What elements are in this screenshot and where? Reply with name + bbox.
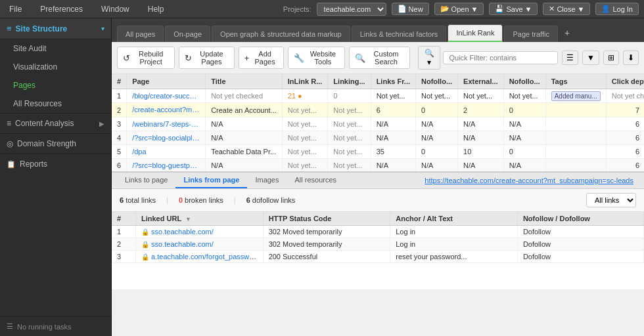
- close-button[interactable]: ✕ Close ▼: [543, 3, 590, 15]
- no-tasks-label: No running tasks: [17, 323, 72, 331]
- row-tags: [545, 159, 606, 172]
- table-row[interactable]: 3 /webinars/7-steps-to-launch/te N/A Not…: [112, 117, 644, 131]
- export-button[interactable]: ⬇: [623, 51, 639, 65]
- tab-all-pages[interactable]: All pages: [117, 26, 164, 42]
- tab-on-page[interactable]: On-page: [165, 26, 210, 42]
- col-num: #: [112, 74, 127, 89]
- row-nofollow: Not yet...: [416, 89, 458, 103]
- custom-search-button[interactable]: 🔍 Custom Search: [349, 47, 410, 69]
- project-selector[interactable]: teachable.com: [317, 3, 386, 16]
- col-title[interactable]: Title: [206, 74, 283, 89]
- row-linking: Not yet...: [328, 103, 371, 117]
- col-nofollow[interactable]: Nofollo...: [416, 74, 458, 89]
- brow-follow: Dofollow: [517, 251, 643, 263]
- domain-strength-label: Domain Strength: [17, 139, 76, 148]
- website-tools-button[interactable]: 🔧 Website Tools: [288, 47, 345, 69]
- total-links-count: 6 total links: [120, 196, 156, 204]
- brow-url[interactable]: 🔒 sso.teachable.com/: [136, 226, 264, 238]
- menu-help[interactable]: Help: [144, 3, 168, 15]
- sidebar-section-content-analysis[interactable]: ≡ Content Analysis ▶: [0, 113, 111, 133]
- brow-url[interactable]: 🔒 a.teachable.com/forgot_password...: [136, 251, 264, 263]
- tab-open-graph[interactable]: Open graph & structured data markup: [212, 26, 350, 42]
- bottom-tab-links-from-page[interactable]: Links from page: [175, 173, 247, 188]
- row-page[interactable]: /blog/creator-success-stories-: [127, 89, 206, 103]
- row-title: N/A: [206, 159, 283, 172]
- tab-inlink-rank[interactable]: InLink Rank: [448, 24, 503, 42]
- bcol-url[interactable]: Linked URL ▼: [136, 212, 264, 226]
- bottom-url-link[interactable]: https://teachable.com/create-account?mt_…: [419, 173, 639, 188]
- bottom-table-row[interactable]: 1 🔒 sso.teachable.com/ 302 Moved tempora…: [112, 226, 644, 238]
- content-analysis-icon: ≡: [7, 119, 11, 128]
- bcol-status[interactable]: HTTP Status Code: [263, 212, 390, 226]
- sidebar-item-pages[interactable]: Pages: [0, 76, 111, 94]
- content-area: All pages On-page Open graph & structure…: [112, 18, 644, 336]
- menu-window[interactable]: Window: [97, 3, 133, 15]
- brow-url[interactable]: 🔒 sso.teachable.com/: [136, 238, 264, 251]
- bcol-follow[interactable]: Nofollow / Dofollow: [517, 212, 643, 226]
- sidebar-header[interactable]: ≡ Site Structure ▾: [0, 18, 111, 39]
- col-click-depth[interactable]: Click depth ▼: [606, 74, 644, 89]
- add-pages-button[interactable]: + Add Pages: [239, 47, 284, 69]
- col-external[interactable]: External...: [458, 74, 504, 89]
- menu-preferences[interactable]: Preferences: [36, 3, 87, 15]
- col-page[interactable]: Page: [127, 74, 206, 89]
- tab-page-traffic[interactable]: Page traffic: [504, 26, 557, 42]
- update-pages-button[interactable]: ↻ Update Pages: [179, 47, 234, 69]
- brow-follow: Dofollow: [517, 238, 643, 251]
- filter-button[interactable]: ▼: [582, 51, 599, 65]
- row-page[interactable]: /dpa: [127, 145, 206, 159]
- sidebar-section-reports[interactable]: 📋 Reports: [0, 154, 111, 174]
- table-row[interactable]: 4 /?src=blog-socialplatforms N/A Not yet…: [112, 131, 644, 145]
- tab-links-technical[interactable]: Links & technical factors: [352, 26, 447, 42]
- sidebar-section-domain-strength[interactable]: ◎ Domain Strength: [0, 133, 111, 154]
- row-page[interactable]: /?src=blog-guestpost-nate: [127, 159, 206, 172]
- table-row[interactable]: 5 /dpa Teachable Data Pr... Not yet... N…: [112, 145, 644, 159]
- bottom-table-wrapper[interactable]: # Linked URL ▼ HTTP Status Code Anchor /…: [112, 212, 644, 289]
- grid-view-button[interactable]: ⊞: [603, 51, 619, 65]
- tab-add-button[interactable]: +: [559, 24, 575, 42]
- new-button[interactable]: 📄 New: [392, 3, 429, 15]
- sidebar-item-visualization[interactable]: Visualization: [0, 58, 111, 76]
- col-nofollow2[interactable]: Nofollo...: [503, 74, 545, 89]
- links-filter-select[interactable]: All links: [586, 193, 636, 207]
- rebuild-project-button[interactable]: ↺ Rebuild Project: [117, 47, 175, 69]
- table-row[interactable]: 1 /blog/creator-success-stories- Not yet…: [112, 89, 644, 103]
- col-inlink[interactable]: InLink R...: [282, 74, 328, 89]
- sidebar-item-site-audit[interactable]: Site Audit: [0, 39, 111, 58]
- row-nofollow: 0: [416, 103, 458, 117]
- row-inlink: 21 ●: [282, 89, 328, 103]
- brow-status: 302 Moved temporarily: [263, 238, 390, 251]
- brow-follow: Dofollow: [517, 226, 643, 238]
- row-links-fr: N/A: [371, 159, 415, 172]
- bottom-table-row[interactable]: 2 🔒 sso.teachable.com/ 302 Moved tempora…: [112, 238, 644, 251]
- rebuild-icon: ↺: [123, 53, 130, 63]
- search-dropdown-button[interactable]: 🔍▾: [418, 46, 440, 70]
- login-button[interactable]: 👤 Log In: [595, 3, 639, 15]
- menu-file[interactable]: File: [5, 3, 26, 15]
- row-linking: Not yet...: [328, 145, 371, 159]
- row-num: 6: [112, 159, 127, 172]
- list-view-button[interactable]: ☰: [562, 51, 578, 65]
- row-page[interactable]: /webinars/7-steps-to-launch/te: [127, 117, 206, 131]
- table-row[interactable]: 6 /?src=blog-guestpost-nate N/A Not yet.…: [112, 159, 644, 172]
- row-page[interactable]: /?src=blog-socialplatforms: [127, 131, 206, 145]
- save-button[interactable]: 💾 Save ▼: [489, 3, 538, 15]
- main-table-wrapper[interactable]: # Page Title InLink R... Linking... Link…: [112, 74, 644, 171]
- open-button[interactable]: 📂 Open ▼: [434, 3, 484, 15]
- bottom-panel: Links to page Links from page Images All…: [112, 171, 644, 289]
- bottom-stats: 6 total links | 0 broken links | 6 dofol…: [112, 189, 644, 212]
- bcol-anchor[interactable]: Anchor / Alt Text: [390, 212, 518, 226]
- bottom-tab-images[interactable]: Images: [247, 173, 287, 188]
- bottom-tab-links-to-page[interactable]: Links to page: [117, 173, 175, 188]
- bottom-tab-all-resources[interactable]: All resources: [287, 173, 344, 188]
- col-linking[interactable]: Linking...: [328, 74, 371, 89]
- row-nofollow2: Not yet...: [503, 89, 545, 103]
- bottom-table-row[interactable]: 3 🔒 a.teachable.com/forgot_password... 2…: [112, 251, 644, 263]
- table-row[interactable]: 2 /create-account?mt_sub 🔗 Create an Acc…: [112, 103, 644, 117]
- row-page[interactable]: /create-account?mt_sub 🔗: [127, 103, 206, 117]
- quick-filter-input[interactable]: [443, 51, 558, 64]
- row-linking: Not yet...: [328, 131, 371, 145]
- col-links-fr[interactable]: Links Fr...: [371, 74, 415, 89]
- sidebar-item-all-resources[interactable]: All Resources: [0, 94, 111, 113]
- col-tags[interactable]: Tags: [545, 74, 606, 89]
